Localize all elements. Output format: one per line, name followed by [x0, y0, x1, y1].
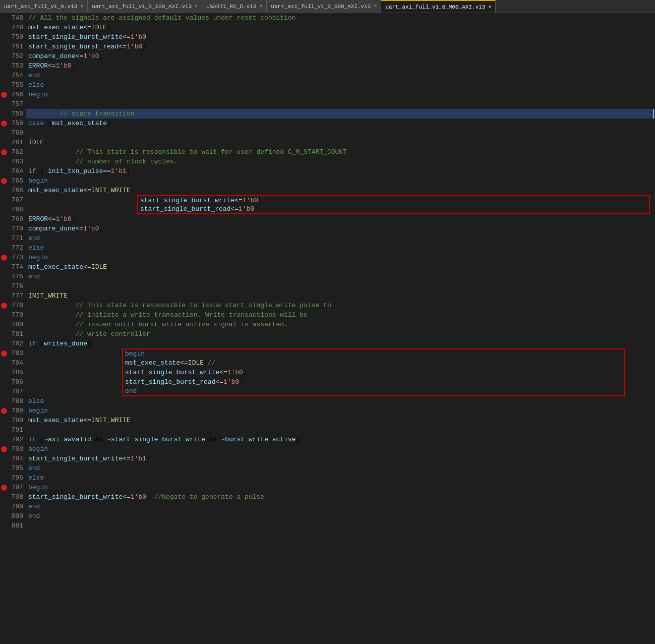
code-line[interactable]: mst_exec_state <= INIT_WRITE;	[26, 186, 655, 195]
code-line[interactable]: end	[26, 272, 655, 281]
bp-cell[interactable]	[0, 186, 8, 195]
code-line[interactable]: start_single_burst_write <= 1'b1;	[26, 454, 655, 463]
bp-cell[interactable]	[0, 406, 8, 416]
bp-cell[interactable]	[0, 224, 8, 233]
bp-cell[interactable]	[0, 281, 8, 291]
code-line[interactable]: // This state is responsible to issue st…	[26, 301, 655, 310]
code-line[interactable]: // initiate a write transaction. Write t…	[26, 310, 655, 320]
code-line[interactable]: ERROR <= 1'b0;	[26, 61, 655, 71]
bp-cell[interactable]	[0, 99, 8, 109]
bp-cell[interactable]	[0, 61, 8, 71]
bp-cell[interactable]	[0, 119, 8, 128]
code-line[interactable]: if (~axi_awvalid && ~start_single_burst_…	[26, 435, 655, 444]
bp-cell[interactable]	[0, 473, 8, 483]
code-line[interactable]: end	[26, 233, 655, 243]
code-editor[interactable]: // All the signals are assigned default …	[26, 13, 655, 644]
code-line[interactable]: begin	[26, 253, 655, 262]
code-line[interactable]: end	[26, 502, 655, 511]
code-line[interactable]: compare_done <= 1'b0;	[26, 51, 655, 61]
bp-cell[interactable]	[0, 358, 8, 368]
bp-cell[interactable]	[0, 80, 8, 90]
tab-tab4[interactable]: uart_axi_full_v1_0_S00_AXI.vi3×	[267, 0, 381, 13]
bp-cell[interactable]	[0, 454, 8, 463]
code-line[interactable]: start_single_burst_write <= 1'b0; //Nega…	[26, 492, 655, 502]
tabs-bar[interactable]: uart_axi_full_v1_0.vi3×uart_axi_full_v1_…	[0, 0, 655, 13]
bp-cell[interactable]	[0, 253, 8, 262]
bp-cell[interactable]	[0, 32, 8, 42]
bp-cell[interactable]	[0, 511, 8, 521]
bp-cell[interactable]	[0, 166, 8, 176]
code-line[interactable]: else	[26, 396, 655, 406]
code-line[interactable]: // state transition	[26, 109, 655, 119]
code-line[interactable]: // write controller	[26, 329, 655, 339]
code-line[interactable]: if (writes_done)	[26, 339, 655, 348]
code-line[interactable]: INIT_WRITE:	[26, 291, 655, 301]
code-line[interactable]: end	[26, 463, 655, 473]
code-line[interactable]: // This state is responsible to wait for…	[26, 147, 655, 157]
code-line[interactable]: begin	[122, 348, 625, 358]
bp-cell[interactable]	[0, 262, 8, 272]
code-line[interactable]: else	[26, 473, 655, 483]
tab-close[interactable]: ●	[488, 4, 491, 10]
code-line[interactable]: // All the signals are assigned default …	[26, 13, 655, 23]
code-line[interactable]: case (mst_exec_state)	[26, 119, 655, 128]
bp-cell[interactable]	[0, 521, 8, 531]
code-line[interactable]: if ( init_txn_pulse == 1'b1)	[26, 166, 655, 176]
bp-cell[interactable]	[0, 147, 8, 157]
bp-cell[interactable]	[0, 396, 8, 406]
code-line[interactable]: start_single_burst_write <= 1'b0;	[122, 368, 625, 377]
code-line[interactable]: mst_exec_state <= INIT_WRITE;	[26, 416, 655, 425]
code-line[interactable]: start_single_burst_write <= 1'b0;	[26, 32, 655, 42]
bp-cell[interactable]	[0, 157, 8, 166]
bp-cell[interactable]	[0, 502, 8, 511]
code-line[interactable]: ERROR <= 1'b0;	[26, 214, 655, 224]
code-line[interactable]	[26, 521, 655, 531]
code-line[interactable]: else	[26, 80, 655, 90]
code-line[interactable]: end	[122, 387, 625, 396]
bp-cell[interactable]	[0, 243, 8, 253]
bp-cell[interactable]	[0, 71, 8, 80]
bp-cell[interactable]	[0, 214, 8, 224]
code-line[interactable]: // issued until burst_write_active signa…	[26, 320, 655, 329]
bp-cell[interactable]	[0, 176, 8, 186]
bp-cell[interactable]	[0, 301, 8, 310]
code-line[interactable]: begin	[26, 406, 655, 416]
code-line[interactable]	[26, 425, 655, 435]
code-line[interactable]: IDLE:	[26, 138, 655, 147]
bp-cell[interactable]	[0, 483, 8, 492]
tab-close[interactable]: ×	[374, 4, 377, 9]
bp-cell[interactable]	[0, 90, 8, 99]
bp-cell[interactable]	[0, 463, 8, 473]
bp-cell[interactable]	[0, 51, 8, 61]
bp-cell[interactable]	[0, 320, 8, 329]
bp-cell[interactable]	[0, 435, 8, 444]
code-line[interactable]: begin	[26, 176, 655, 186]
code-line[interactable]: mst_exec_state <= IDLE;//	[122, 358, 625, 368]
bp-cell[interactable]	[0, 444, 8, 454]
bp-cell[interactable]	[0, 128, 8, 138]
code-line[interactable]	[26, 281, 655, 291]
bp-cell[interactable]	[0, 329, 8, 339]
bp-cell[interactable]	[0, 368, 8, 377]
tab-close[interactable]: ×	[80, 4, 83, 9]
tab-tab5[interactable]: uart_axi_full_v1_0_M00_AXI.vi3●	[381, 0, 496, 13]
tab-tab2[interactable]: uart_axi_full_v1_0_S00_AXI.vi3×	[88, 0, 202, 13]
code-line[interactable]: start_single_burst_read <= 1'b0;	[137, 205, 650, 214]
code-line[interactable]: mst_exec_state <= IDLE;	[26, 23, 655, 32]
bp-cell[interactable]	[0, 387, 8, 396]
code-line[interactable]: begin	[26, 444, 655, 454]
code-line[interactable]: mst_exec_state <= IDLE;	[26, 262, 655, 272]
bp-cell[interactable]	[0, 377, 8, 387]
code-line[interactable]	[26, 99, 655, 109]
bp-cell[interactable]	[0, 272, 8, 281]
bp-cell[interactable]	[0, 233, 8, 243]
bp-cell[interactable]	[0, 291, 8, 301]
code-line[interactable]: start_single_burst_write <= 1'b0;	[137, 195, 650, 205]
code-line[interactable]: else	[26, 243, 655, 253]
code-line[interactable]: end	[26, 511, 655, 521]
bp-cell[interactable]	[0, 42, 8, 51]
code-line[interactable]: begin	[26, 483, 655, 492]
bp-cell[interactable]	[0, 109, 8, 119]
bp-cell[interactable]	[0, 138, 8, 147]
bp-cell[interactable]	[0, 416, 8, 425]
